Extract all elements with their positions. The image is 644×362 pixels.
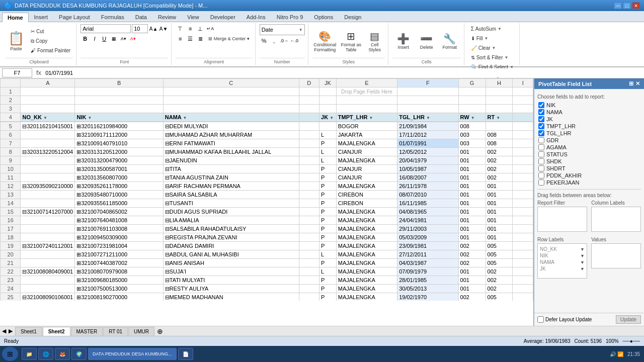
nama-cell[interactable]: ⊟MUHAMMAD KAFAA BILLAAHIL JALLAL <box>163 148 299 156</box>
sheet-tab-sheet2[interactable]: Sheet2 <box>43 327 70 336</box>
jk-cell[interactable]: P <box>319 191 337 199</box>
pivot-field-checkbox-jk[interactable] <box>538 116 544 122</box>
add-sheet-button[interactable]: ⊕ <box>157 327 163 335</box>
nama-cell[interactable]: ⊟ERNI FATMAWATI <box>163 139 299 148</box>
rw-cell[interactable]: 001 <box>458 165 486 173</box>
tab-data[interactable]: Data <box>130 12 152 22</box>
pivot-field-checkbox-agama[interactable] <box>538 144 544 150</box>
insert-button[interactable]: ➕ Insert <box>392 26 415 56</box>
start-button[interactable]: ⊞ <box>2 347 18 361</box>
tgl-lhr-cell[interactable]: 16/08/2007 <box>397 173 458 182</box>
tmpt-lhr-cell[interactable]: MAJALENGKA <box>336 285 397 293</box>
nik-header[interactable]: NIK ▼ <box>75 113 163 122</box>
no-kk-cell[interactable] <box>21 259 75 267</box>
tmpt-lhr-cell[interactable]: MAJALENGKA <box>336 208 397 216</box>
grid-area[interactable]: A B C D JK E F G H I 1 <box>0 78 533 326</box>
extra-cell[interactable] <box>513 131 533 139</box>
maximize-button[interactable]: □ <box>623 2 631 9</box>
extra-cell[interactable] <box>513 148 533 156</box>
rt-cell[interactable]: 005 <box>486 250 513 259</box>
jk-cell[interactable] <box>319 122 337 131</box>
column-labels-zone[interactable] <box>591 207 641 232</box>
rw-cell[interactable]: 002 <box>458 250 486 259</box>
extra-cell[interactable] <box>513 182 533 191</box>
empty-cell[interactable] <box>299 148 319 156</box>
pivot-close-icon[interactable]: ✕ <box>635 80 640 87</box>
jk-cell[interactable]: P <box>319 199 337 208</box>
no-kk-cell[interactable]: ⊟320116210415001 <box>21 122 75 131</box>
cell[interactable] <box>513 87 533 96</box>
extra-cell[interactable] <box>513 156 533 165</box>
rt-cell[interactable]: 008 <box>486 131 513 139</box>
nama-cell[interactable]: ⊟SUJA'I <box>163 267 299 276</box>
tgl-lhr-cell[interactable]: 20/04/1979 <box>397 156 458 165</box>
rw-cell[interactable]: 001 <box>458 225 486 233</box>
tab-view[interactable]: View <box>182 12 205 22</box>
jk-cell[interactable]: P <box>319 285 337 293</box>
no-kk-cell[interactable]: ⊟320935090210000 <box>21 182 75 191</box>
extra-cell[interactable] <box>513 191 533 199</box>
rw-cell[interactable]: 001 <box>458 173 486 182</box>
no-kk-cell[interactable]: ⊟321008090106001 <box>21 293 75 301</box>
pivot-row-dropdown-icon[interactable]: ▼ <box>580 260 585 265</box>
align-center-button[interactable]: ☰ <box>186 34 195 43</box>
rt-cell[interactable]: 001 <box>486 225 513 233</box>
nama-cell[interactable]: ⊟TANIA AGUSTINA ZAIN <box>163 173 299 182</box>
nik-cell[interactable]: ⊞320116210984000 <box>75 122 163 131</box>
cell[interactable] <box>458 96 486 105</box>
extra-cell[interactable] <box>513 250 533 259</box>
empty-cell[interactable] <box>299 131 319 139</box>
tab-nitro[interactable]: Nitro Pro 9 <box>271 12 309 22</box>
cut-button[interactable]: ✂ Cut <box>28 27 73 36</box>
clear-button[interactable]: 🧹 Clear ▼ <box>468 43 516 52</box>
tab-page-layout[interactable]: Page Layout <box>53 12 96 22</box>
nik-cell[interactable]: ⊞320935480710000 <box>75 191 163 199</box>
rt-cell[interactable]: 005 <box>486 259 513 267</box>
jk-cell[interactable]: P <box>319 216 337 225</box>
report-filter-zone[interactable] <box>537 207 587 232</box>
font-size-input[interactable] <box>132 24 148 33</box>
tmpt-lhr-cell[interactable]: MAJALENGKA <box>336 267 397 276</box>
nama-cell[interactable]: ⊟DEDI MULYADI <box>163 122 299 131</box>
nik-cell[interactable]: ⊞321009140791010 <box>75 139 163 148</box>
jk-cell[interactable]: P <box>319 165 337 173</box>
pivot-field-checkbox-pddk_akhir[interactable] <box>538 172 544 178</box>
font-color-button[interactable]: A▾ <box>128 34 137 43</box>
conditional-formatting-button[interactable]: 🎨 Conditional Formatting <box>312 26 338 56</box>
tmpt-lhr-cell[interactable]: MAJALENGKA <box>336 293 397 301</box>
tgl-lhr-cell[interactable]: 08/07/2010 <box>397 191 458 199</box>
nik-cell[interactable]: ⊞320935261178000 <box>75 182 163 191</box>
rw-cell[interactable]: 001 <box>458 285 486 293</box>
tmpt-lhr-cell[interactable]: CIANJUR <box>336 173 397 182</box>
cell[interactable] <box>21 96 75 105</box>
nik-cell[interactable]: ⊞321008190270000 <box>75 293 163 301</box>
tgl-lhr-cell[interactable]: 21/09/1984 <box>397 122 458 131</box>
no-kk-cell[interactable] <box>21 131 75 139</box>
jk-cell[interactable]: P <box>319 233 337 242</box>
formula-input[interactable] <box>45 68 642 77</box>
tab-addins[interactable]: Add-Ins <box>241 12 271 22</box>
pivot-row-dropdown-icon[interactable]: ▼ <box>580 247 585 252</box>
rw-header[interactable]: RW ▼ <box>458 113 486 122</box>
formula-function-icon[interactable]: fx <box>34 69 43 76</box>
tab-insert[interactable]: Insert <box>29 12 54 22</box>
nik-cell[interactable]: ⊞321007271211000 <box>75 250 163 259</box>
font-name-input[interactable] <box>80 24 131 33</box>
tmpt-lhr-header[interactable]: TMPT_LHR ▼ <box>336 113 397 122</box>
taskbar-item-extra[interactable]: 📄 <box>178 348 193 360</box>
rt-cell[interactable]: 001 <box>486 182 513 191</box>
jk-cell[interactable]: L <box>319 156 337 165</box>
jk-cell[interactable]: P <box>319 276 337 285</box>
nik-cell[interactable]: ⊞321007691103008 <box>75 225 163 233</box>
rt-cell[interactable]: 002 <box>486 156 513 165</box>
jk-cell[interactable]: L <box>319 267 337 276</box>
empty-cell[interactable] <box>299 233 319 242</box>
no-kk-cell[interactable]: ⊟321007141207000 <box>21 208 75 216</box>
increase-decimal-button[interactable]: .0→ <box>280 36 289 45</box>
tmpt-lhr-cell[interactable]: BOGOR <box>336 122 397 131</box>
col-header-i[interactable]: I <box>513 79 533 87</box>
tab-formulas[interactable]: Formulas <box>96 12 130 22</box>
jk-cell[interactable]: P <box>319 208 337 216</box>
nama-cell[interactable]: ⊟ABDUL GANI AL MUHASIBI <box>163 250 299 259</box>
extra-cell[interactable] <box>513 139 533 148</box>
